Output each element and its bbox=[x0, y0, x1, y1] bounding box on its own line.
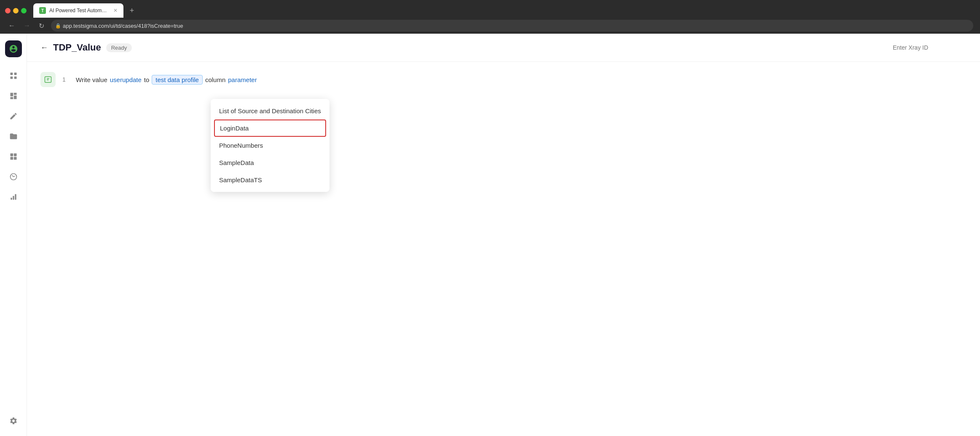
lock-icon: 🔒 bbox=[55, 23, 61, 29]
active-tab[interactable]: T AI Powered Test Automation P ✕ bbox=[33, 3, 123, 18]
tab-favicon: T bbox=[39, 7, 46, 14]
tab-close-icon[interactable]: ✕ bbox=[113, 8, 118, 13]
page-title: TDP_Value bbox=[53, 42, 101, 53]
address-wrap: 🔒 app.testsigma.com/ui/td/cases/418?isCr… bbox=[51, 20, 973, 32]
back-button[interactable]: ← bbox=[40, 43, 48, 52]
status-badge: Ready bbox=[106, 43, 132, 52]
sidebar-logo[interactable] bbox=[5, 40, 22, 57]
step-value[interactable]: userupdate bbox=[110, 76, 142, 83]
page-header: ← TDP_Value Ready bbox=[27, 34, 980, 62]
logo-icon bbox=[9, 44, 18, 53]
reload-button[interactable]: ↻ bbox=[37, 21, 46, 31]
sidebar-item-analytics[interactable] bbox=[5, 168, 22, 185]
dropdown-item-login-data[interactable]: LoginData bbox=[214, 120, 326, 137]
step-connector: to bbox=[144, 76, 150, 83]
address-bar: ← → ↻ 🔒 app.testsigma.com/ui/td/cases/41… bbox=[0, 18, 980, 34]
step-suffix: column bbox=[205, 76, 225, 83]
svg-rect-10 bbox=[13, 196, 14, 200]
sidebar-item-dashboard[interactable] bbox=[5, 88, 22, 104]
dropdown-item-list-source[interactable]: List of Source and Destination Cities bbox=[211, 102, 329, 120]
step-icon-wrap bbox=[40, 72, 56, 87]
back-nav-button[interactable]: ← bbox=[7, 21, 17, 30]
svg-rect-1 bbox=[14, 73, 16, 75]
traffic-lights bbox=[5, 8, 27, 13]
dropdown-menu: List of Source and Destination Cities Lo… bbox=[211, 99, 329, 192]
test-steps-area: 1 Write value userupdate to test data pr… bbox=[27, 62, 980, 436]
step-number: 1 bbox=[62, 76, 69, 83]
step-prefix: Write value bbox=[76, 76, 107, 83]
step-param[interactable]: parameter bbox=[228, 76, 257, 83]
svg-rect-7 bbox=[13, 157, 16, 160]
chart-icon bbox=[9, 193, 18, 201]
step-text: Write value userupdate to test data prof… bbox=[76, 75, 257, 85]
tab-bar: T AI Powered Test Automation P ✕ + bbox=[0, 0, 980, 18]
svg-rect-6 bbox=[10, 157, 13, 160]
svg-rect-11 bbox=[15, 194, 16, 199]
main-content: ← TDP_Value Ready 1 Write value userupda… bbox=[27, 34, 980, 436]
tab-title: AI Powered Test Automation P bbox=[49, 8, 108, 13]
sidebar bbox=[0, 34, 27, 436]
sidebar-item-chart[interactable] bbox=[5, 189, 22, 205]
dropdown-item-sample-data[interactable]: SampleData bbox=[211, 154, 329, 171]
grid-icon bbox=[9, 72, 18, 80]
sidebar-item-grid[interactable] bbox=[5, 67, 22, 84]
analytics-icon bbox=[9, 173, 18, 181]
sidebar-item-folder[interactable] bbox=[5, 128, 22, 145]
blocks-icon bbox=[9, 152, 18, 161]
folder-icon bbox=[9, 132, 18, 141]
maximize-traffic-light[interactable] bbox=[21, 8, 27, 13]
sidebar-item-edit[interactable] bbox=[5, 108, 22, 125]
browser-chrome: T AI Powered Test Automation P ✕ + ← → ↻… bbox=[0, 0, 980, 34]
dropdown-item-sample-data-ts[interactable]: SampleDataTS bbox=[211, 171, 329, 189]
svg-rect-3 bbox=[14, 77, 16, 79]
svg-rect-5 bbox=[13, 154, 16, 157]
dashboard-icon bbox=[9, 92, 18, 100]
minimize-traffic-light[interactable] bbox=[13, 8, 19, 13]
settings-icon bbox=[9, 417, 18, 425]
xray-id-input[interactable] bbox=[893, 44, 967, 51]
close-traffic-light[interactable] bbox=[5, 8, 11, 13]
dropdown-item-phone-numbers[interactable]: PhoneNumbers bbox=[211, 137, 329, 154]
new-tab-button[interactable]: + bbox=[126, 5, 138, 16]
svg-rect-4 bbox=[10, 154, 13, 157]
svg-rect-9 bbox=[11, 198, 12, 200]
step-row-1: 1 Write value userupdate to test data pr… bbox=[40, 72, 967, 87]
app-layout: ← TDP_Value Ready 1 Write value userupda… bbox=[0, 34, 980, 436]
svg-rect-2 bbox=[10, 77, 13, 79]
url-display[interactable]: app.testsigma.com/ui/td/cases/418?isCrea… bbox=[51, 20, 973, 32]
edit-icon bbox=[9, 112, 18, 120]
sidebar-item-settings[interactable] bbox=[5, 412, 22, 429]
step-icon bbox=[44, 76, 52, 83]
forward-nav-button[interactable]: → bbox=[22, 21, 32, 30]
step-highlighted[interactable]: test data profile bbox=[152, 75, 203, 85]
sidebar-item-blocks[interactable] bbox=[5, 148, 22, 165]
svg-rect-0 bbox=[10, 73, 13, 75]
